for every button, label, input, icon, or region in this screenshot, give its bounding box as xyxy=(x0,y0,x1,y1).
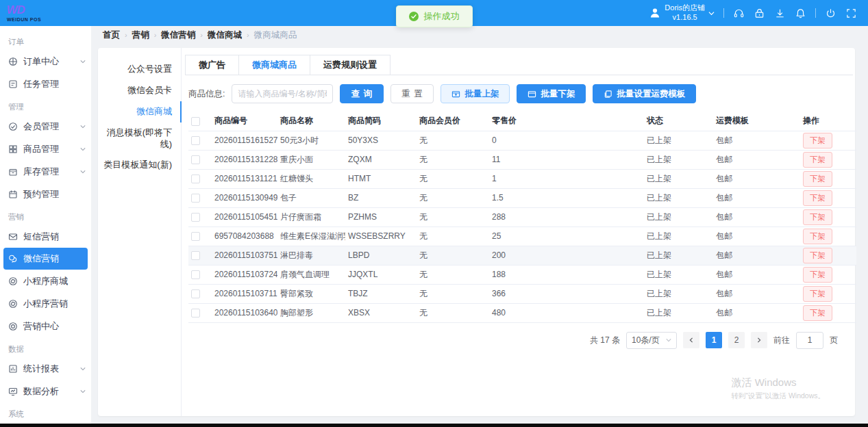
support-headset-icon[interactable] xyxy=(733,8,745,19)
off-shelf-button[interactable]: 下架 xyxy=(803,305,832,321)
sidebar-item-label: 小程序营销 xyxy=(23,298,68,310)
table-row: 6957084203688维生素E保湿滋润乳液WSSEBSZRRY无25已上架包… xyxy=(188,227,856,246)
cell-product-name: 50元3小时 xyxy=(277,131,345,150)
next-page-button[interactable] xyxy=(751,332,767,348)
sidebar-item-miniapp-marketing[interactable]: 小程序营销 xyxy=(0,292,91,315)
breadcrumb-item[interactable]: 营销 xyxy=(132,29,149,41)
sidebar-item-analysis[interactable]: 数据分析 xyxy=(0,380,91,402)
cell-retail-price: 1 xyxy=(489,169,644,188)
row-checkbox[interactable] xyxy=(191,155,200,164)
topbar-actions: Doris的店铺 v1.16.5 xyxy=(649,3,868,23)
table-row: 20260115103640胸部塑形XBSX无480已上架包邮下架 xyxy=(188,303,856,322)
product-search-input[interactable] xyxy=(232,84,333,103)
sidebar-item-member[interactable]: 会员管理 xyxy=(0,115,91,138)
off-shelf-button[interactable]: 下架 xyxy=(803,229,832,244)
row-checkbox[interactable] xyxy=(191,213,200,222)
off-shelf-button[interactable]: 下架 xyxy=(803,152,832,168)
sidebar-item-label: 预约管理 xyxy=(23,188,59,200)
breadcrumb-item[interactable]: 微信商城 xyxy=(208,29,242,41)
tab-微商城商品[interactable]: 微商城商品 xyxy=(239,55,310,75)
batch-off-label: 批量下架 xyxy=(541,88,575,100)
store-menu[interactable]: Doris的店铺 v1.16.5 xyxy=(649,3,715,23)
subnav-item[interactable]: 消息模板(即将下线) xyxy=(98,122,181,155)
table-row: 20260115105451片仔癀面霜PZHMS无288已上架包邮下架 xyxy=(188,207,856,227)
off-shelf-button[interactable]: 下架 xyxy=(803,171,832,187)
off-shelf-button[interactable]: 下架 xyxy=(803,190,832,206)
goto-page-input[interactable] xyxy=(796,332,823,349)
search-button[interactable]: 查 询 xyxy=(340,84,383,103)
fullscreen-icon[interactable] xyxy=(845,8,857,19)
goods-icon xyxy=(8,144,18,154)
row-checkbox[interactable] xyxy=(191,174,200,183)
batch-off-shelf-button[interactable]: 批量下架 xyxy=(517,84,586,103)
cell-status: 已上架 xyxy=(644,150,713,169)
reset-button[interactable]: 重 置 xyxy=(390,84,434,103)
sidebar-item-order-center[interactable]: 订单中心 xyxy=(0,50,91,73)
sidebar-item-sms[interactable]: 短信营销 xyxy=(0,225,91,248)
batch-on-shelf-button[interactable]: 批量上架 xyxy=(441,84,510,103)
row-checkbox[interactable] xyxy=(191,270,200,279)
lock-icon[interactable] xyxy=(754,8,765,19)
cell-member-price: 无 xyxy=(417,246,489,265)
row-checkbox[interactable] xyxy=(191,289,200,298)
download-icon[interactable] xyxy=(774,8,786,19)
cell-short-code: PZHMS xyxy=(345,207,417,227)
cell-retail-price: 200 xyxy=(489,246,644,265)
subnav-item[interactable]: 类目模板通知(新) xyxy=(98,155,181,176)
column-header: 运费模板 xyxy=(713,112,800,131)
prev-page-button[interactable] xyxy=(683,332,699,348)
cell-product-code: 20260115103751 xyxy=(212,246,277,265)
subnav-item[interactable]: 微信商城 xyxy=(98,101,182,122)
content-panel: 微广告微商城商品运费规则设置 商品信息: 查 询 重 置 批量上架 批量下架 xyxy=(182,48,855,416)
cell-short-code: BZ xyxy=(345,188,417,207)
off-shelf-button[interactable]: 下架 xyxy=(803,133,832,148)
tab-微广告[interactable]: 微广告 xyxy=(185,55,239,75)
chevron-down-icon xyxy=(666,337,671,343)
batch-freight-template-button[interactable]: 批量设置运费模板 xyxy=(593,84,696,103)
cell-freight-template: 包邮 xyxy=(713,265,800,284)
subnav-item[interactable]: 公众号设置 xyxy=(98,59,181,80)
row-checkbox[interactable] xyxy=(191,136,200,145)
product-info-label: 商品信息: xyxy=(188,88,225,100)
sidebar-item-wechat[interactable]: 微信营销 xyxy=(3,248,88,270)
power-logout-icon[interactable] xyxy=(825,8,836,19)
page-button-2[interactable]: 2 xyxy=(728,332,745,348)
cell-product-code: 20260115103711 xyxy=(212,284,277,303)
cell-product-code: 20260115131228 xyxy=(212,150,277,169)
table-header-row: 商品编号商品名称商品简码商品会员价零售价状态运费模板操作 xyxy=(188,112,856,131)
breadcrumb-item[interactable]: 微信营销 xyxy=(161,29,195,41)
sidebar-item-inventory[interactable]: 库存管理 xyxy=(0,160,91,183)
subnav-item[interactable]: 微信会员卡 xyxy=(98,80,181,101)
row-checkbox[interactable] xyxy=(191,309,200,318)
column-header: 零售价 xyxy=(489,112,644,131)
sidebar-item-calendar[interactable]: 预约管理 xyxy=(0,183,91,205)
sidebar-item-miniapp-mall[interactable]: 小程序商城 xyxy=(0,270,91,292)
notification-bell-icon[interactable] xyxy=(795,8,806,19)
sidebar-item-label: 数据分析 xyxy=(23,385,59,398)
cell-freight-template: 包邮 xyxy=(713,169,800,188)
breadcrumb-item[interactable]: 首页 xyxy=(103,29,120,41)
page-size-select[interactable]: 10条/页 xyxy=(626,332,677,349)
sidebar-item-goods[interactable]: 商品管理 xyxy=(0,138,91,160)
sidebar-item-marketing-center[interactable]: 营销中心 xyxy=(0,315,91,337)
off-shelf-button[interactable]: 下架 xyxy=(803,286,832,302)
off-shelf-button[interactable]: 下架 xyxy=(803,209,832,225)
cell-short-code: 50Y3XS xyxy=(345,131,417,150)
tab-运费规则设置[interactable]: 运费规则设置 xyxy=(310,55,390,75)
row-checkbox[interactable] xyxy=(191,232,200,241)
off-shelf-button[interactable]: 下架 xyxy=(803,248,832,263)
page-button-1[interactable]: 1 xyxy=(706,332,722,348)
sidebar-item-task[interactable]: 任务管理 xyxy=(0,73,91,95)
off-shelf-button[interactable]: 下架 xyxy=(803,267,832,283)
row-checkbox[interactable] xyxy=(191,194,200,203)
select-all-checkbox[interactable] xyxy=(191,117,200,126)
sidebar-group-label: 营销 xyxy=(0,205,91,225)
cell-short-code: JJQXTL xyxy=(345,265,417,284)
top-bar: WD WEIDUN POS 操作成功 Doris的店铺 v1.16.5 xyxy=(0,0,868,26)
sidebar-item-report[interactable]: 统计报表 xyxy=(0,357,91,380)
row-checkbox[interactable] xyxy=(191,251,200,260)
calendar-icon xyxy=(8,190,18,199)
cell-product-name: 淋巴排毒 xyxy=(277,246,345,265)
sms-icon xyxy=(8,232,18,242)
toast-text: 操作成功 xyxy=(424,10,460,23)
